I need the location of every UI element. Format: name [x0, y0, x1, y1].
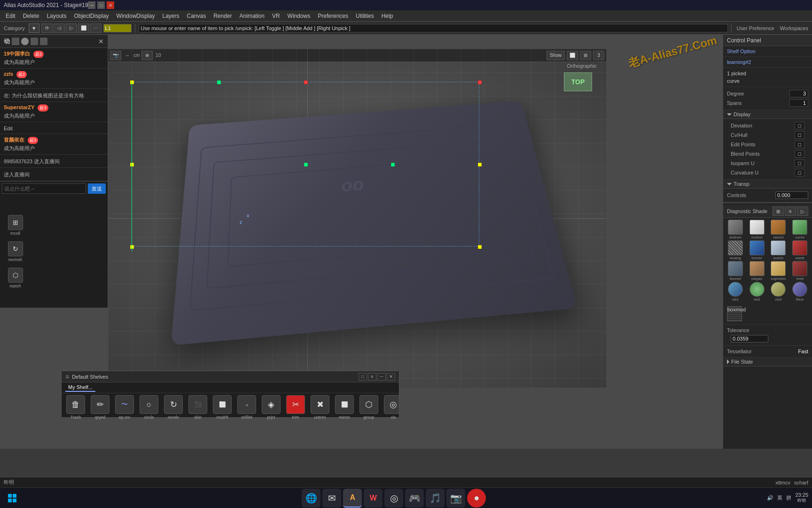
shade-vis3[interactable]: vis3	[768, 282, 789, 302]
diag-btn-2[interactable]: ≡	[785, 206, 796, 216]
ctrl-pt-tr-red[interactable]	[304, 80, 308, 84]
shelf-untrim[interactable]: ✖ untrim	[310, 395, 330, 420]
taskbar-browser[interactable]: 🌐	[302, 489, 320, 508]
menu-render[interactable]: Render	[210, 12, 235, 20]
shade-shdnon[interactable]: shdnon	[725, 220, 746, 239]
tolerance-input[interactable]	[731, 335, 768, 342]
taskbar-app5[interactable]: ◎	[384, 489, 403, 508]
taskbar-alias[interactable]: A	[343, 489, 362, 508]
shelf-trash[interactable]: 🗑 Trash	[65, 395, 86, 420]
panel-icon-2[interactable]	[21, 38, 29, 45]
shelf-group[interactable]: ⬡ group	[359, 395, 379, 420]
taskbar-wps[interactable]: W	[364, 489, 383, 508]
taskbar-photo[interactable]: 📷	[446, 489, 465, 508]
ctrl-pt-tl[interactable]	[130, 80, 134, 84]
transp-section-header[interactable]: Transp	[723, 180, 812, 189]
menu-preferences[interactable]: Preferences	[314, 12, 352, 20]
minimize-button[interactable]: ─	[88, 1, 95, 9]
shelf-close-btn[interactable]: ✕	[387, 373, 395, 381]
menu-animation[interactable]: Animation	[236, 12, 268, 20]
taskbar-app6[interactable]: 🎮	[405, 489, 424, 508]
taskbar-mail[interactable]: ✉	[322, 489, 341, 508]
menu-objectdisplay[interactable]: ObjectDisplay	[70, 12, 112, 20]
shelf-option-link[interactable]: Shelf Option	[727, 48, 756, 54]
sys-icon-lang1[interactable]: 英	[777, 494, 782, 501]
file-state-header[interactable]: File State	[723, 357, 812, 366]
ctrl-pt-cm[interactable]	[304, 163, 308, 167]
tool-mcoll[interactable]: ⊞ mcoll	[0, 212, 31, 238]
taskbar-music[interactable]: 🎵	[426, 489, 445, 508]
display-section-header[interactable]: Display	[723, 110, 812, 119]
shelf-qryed[interactable]: ✏ qryed	[90, 395, 110, 420]
panel-icon-1[interactable]	[12, 38, 19, 45]
panel-icon-3[interactable]	[31, 38, 38, 45]
shelf-prjct[interactable]: ◈ prjct	[261, 395, 281, 420]
ctrl-pt-ml[interactable]	[130, 163, 134, 167]
shelf-trim[interactable]: ✂ trim	[285, 395, 306, 420]
shade-horver[interactable]: horver	[747, 240, 767, 260]
command-input[interactable]	[139, 24, 728, 32]
cvhull-toggle[interactable]: □	[795, 131, 804, 139]
shade-curev[interactable]: curev	[789, 220, 810, 239]
shelf-min-btn[interactable]: ─	[377, 373, 386, 381]
curvature-toggle[interactable]: □	[795, 169, 804, 176]
my-shelf-tab[interactable]: My Shelf...	[65, 383, 95, 392]
tool-icon-1[interactable]: ⟳	[41, 24, 53, 33]
ctrl-pt-bl[interactable]	[130, 245, 134, 249]
menu-delete[interactable]: Delete	[19, 12, 43, 20]
diag-btn-3[interactable]: ▷	[797, 206, 808, 216]
shelf-revolv[interactable]: ↻ revolv	[163, 395, 184, 420]
shade-vred[interactable]: vred	[789, 261, 810, 281]
spans-value[interactable]: 1	[789, 99, 808, 107]
maximize-button[interactable]: □	[97, 1, 105, 9]
chat-input[interactable]	[2, 183, 86, 194]
degree-value[interactable]: 3	[789, 90, 808, 97]
deviation-toggle[interactable]: □	[795, 122, 804, 129]
shade-mulcol[interactable]: mulcol	[747, 220, 767, 239]
shade-usete[interactable]: usete	[789, 240, 810, 260]
tool-revmsh[interactable]: ↻ revmsh	[0, 238, 31, 265]
shade-ltunnel[interactable]: ltunnel	[725, 261, 746, 281]
editpoints-toggle[interactable]: □	[795, 141, 804, 148]
shelf-circle[interactable]: ○ circle	[139, 395, 159, 420]
diag-btn-1[interactable]: ⊞	[773, 206, 784, 216]
tool-icon-5[interactable]: ⋯	[90, 24, 102, 33]
shelf-mirror[interactable]: ⬜ mirror	[334, 395, 355, 420]
ctrl-pt-tr[interactable]	[478, 80, 482, 84]
menu-canvas[interactable]: Canvas	[183, 12, 210, 20]
ctrl-pt-tm1[interactable]	[217, 80, 221, 84]
shelf-menu-btn[interactable]: ≡	[368, 373, 376, 381]
viewport[interactable]: 📷 ↔ cm ⊕ 10 Show ⬜ ⊞ 3 oo	[108, 49, 606, 388]
menu-windowdisplay[interactable]: WindowDisplay	[112, 12, 158, 20]
panel-close[interactable]: ✕	[98, 38, 104, 45]
tool-icon-4[interactable]: ⬜	[78, 24, 89, 33]
shelf-expand-btn[interactable]: □	[359, 373, 367, 381]
category-input[interactable]	[103, 24, 132, 32]
shelf-skin[interactable]: ⬛ skin	[187, 395, 208, 420]
shelf-vis[interactable]: ◎ vis	[383, 395, 399, 420]
shade-rancol[interactable]: rancol	[768, 220, 789, 239]
blendpoints-toggle[interactable]: □	[795, 150, 804, 158]
shade-xophotex[interactable]: xophotex	[768, 261, 789, 281]
tool-icon-2[interactable]: ◁	[54, 24, 65, 33]
menu-utilities[interactable]: Utilities	[352, 12, 378, 20]
controls-input[interactable]	[775, 191, 808, 199]
shade-isoang[interactable]: isoang	[725, 240, 746, 260]
shelf-srfillet[interactable]: ⬦ srfillet	[236, 395, 257, 420]
menu-help[interactable]: Help	[378, 12, 397, 20]
menu-vr[interactable]: VR	[268, 12, 284, 20]
menu-edit[interactable]: Edit	[2, 12, 19, 20]
learning-link[interactable]: learning#2	[727, 59, 751, 65]
ctrl-pt-cm2[interactable]	[391, 163, 395, 167]
shelf-drag-handle[interactable]: ≡	[65, 373, 69, 381]
menu-windows[interactable]: Windows	[284, 12, 314, 20]
panel-icon-4[interactable]	[40, 38, 47, 45]
start-button[interactable]	[4, 490, 21, 507]
tool-icon-3[interactable]: ▷	[66, 24, 77, 33]
shade-filesr[interactable]: filesr	[789, 282, 810, 302]
menu-layouts[interactable]: Layouts	[43, 12, 70, 20]
shade-vis1[interactable]: vis1	[725, 282, 746, 302]
shade-clayao[interactable]: clayao	[747, 261, 767, 281]
shelf-msdrft[interactable]: ⬜ msdrft	[212, 395, 233, 420]
isoparm-toggle[interactable]: □	[795, 159, 804, 167]
